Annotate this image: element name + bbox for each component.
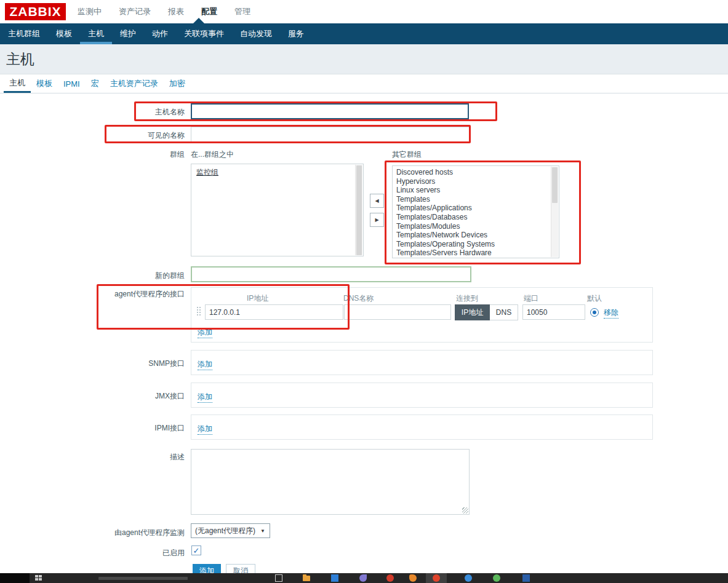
connect-to-toggle: IP地址 DNS: [455, 304, 518, 320]
move-right-button[interactable]: ▶: [370, 213, 384, 227]
list-item[interactable]: Hypervisors: [393, 177, 559, 186]
resize-handle-icon[interactable]: [462, 507, 468, 514]
list-item[interactable]: Discovered hosts: [393, 166, 559, 177]
agent-interface-label: agent代理程序的接口: [37, 289, 185, 299]
host-name-label: 主机名称: [37, 107, 185, 117]
tab-host-inventory[interactable]: 主机资产记录: [105, 74, 164, 93]
list-item[interactable]: Templates: [393, 195, 559, 204]
subnav-templates[interactable]: 模板: [48, 23, 80, 44]
other-groups-scrollbar[interactable]: [551, 167, 558, 257]
subnav-host-groups[interactable]: 主机群组: [0, 23, 48, 44]
connect-to-column-header: 连接到: [456, 293, 478, 304]
snmp-label: SNMP接口: [37, 359, 185, 369]
check-icon: ✓: [193, 546, 200, 555]
port-column-header: 端口: [524, 293, 538, 304]
top-menu: 监测中 资产记录 报表 配置 管理: [69, 0, 259, 23]
enabled-label: 已启用: [37, 548, 185, 558]
in-groups-scrollbar[interactable]: [355, 165, 362, 255]
jmx-add-link[interactable]: 添加: [198, 392, 212, 403]
zabbix-logo[interactable]: ZABBIX: [5, 3, 66, 20]
group-item-monitoring[interactable]: 监控组: [196, 167, 218, 178]
default-interface-radio[interactable]: [590, 308, 599, 317]
top-bar: ZABBIX 监测中 资产记录 报表 配置 管理: [0, 0, 728, 23]
task-view-icon[interactable]: [275, 574, 282, 582]
tab-bar: 主机 模板 IPMI 宏 主机资产记录 加密: [0, 74, 728, 93]
chevron-down-icon: ▼: [260, 528, 265, 534]
agent-ip-input[interactable]: [205, 304, 343, 320]
green-app-icon[interactable]: [493, 574, 500, 582]
dns-column-header: DNS名称: [343, 293, 374, 304]
drag-handle-icon[interactable]: [197, 307, 199, 317]
proxy-select[interactable]: (无agent代理程序) ▼: [191, 523, 270, 538]
blue-app-icon[interactable]: [331, 574, 338, 582]
enabled-checkbox[interactable]: ✓: [191, 545, 201, 555]
active-menu-arrow-icon: [193, 18, 204, 23]
page-title: 主机: [6, 50, 34, 69]
move-right-icon: ▶: [375, 217, 378, 223]
active-browser-icon[interactable]: [433, 574, 440, 582]
tab-templates[interactable]: 模板: [31, 74, 58, 93]
host-name-input[interactable]: [191, 103, 469, 119]
agent-port-input[interactable]: [522, 304, 585, 320]
file-explorer-icon[interactable]: [303, 576, 310, 581]
other-groups-listbox[interactable]: Discovered hosts Hypervisors Linux serve…: [392, 165, 559, 258]
windows-taskbar: [0, 573, 728, 583]
default-column-header: 默认: [587, 293, 602, 304]
agent-dns-input[interactable]: [344, 304, 451, 320]
snmp-add-link[interactable]: 添加: [198, 359, 212, 370]
tab-encryption[interactable]: 加密: [164, 74, 191, 93]
new-group-input[interactable]: [191, 266, 471, 282]
sub-nav: 主机群组 模板 主机 维护 动作 关联项事件 自动发现 服务: [0, 23, 728, 44]
ip-column-header: IP地址: [247, 293, 268, 304]
list-item[interactable]: Templates/Operating Systems: [393, 240, 559, 249]
orange-app-icon[interactable]: [409, 574, 417, 582]
list-item[interactable]: Templates/Modules: [393, 222, 559, 231]
other-groups-header: 其它群组: [392, 149, 422, 160]
snmp-interface-box: 添加: [191, 350, 653, 375]
blue-window-app-icon[interactable]: [522, 574, 530, 582]
agent-add-link[interactable]: 添加: [198, 327, 212, 338]
agent-interface-box: IP地址 DNS名称 连接到 端口 默认 IP地址 DNS 移除 添加: [191, 287, 653, 343]
subnav-services[interactable]: 服务: [280, 23, 312, 44]
jmx-interface-box: 添加: [191, 383, 653, 408]
red-app-icon[interactable]: [386, 574, 394, 582]
blue-browser-icon[interactable]: [465, 574, 472, 582]
menu-reports[interactable]: 报表: [159, 6, 193, 17]
menu-inventory[interactable]: 资产记录: [110, 6, 159, 17]
connect-dns-button[interactable]: DNS: [490, 304, 518, 320]
menu-monitoring[interactable]: 监测中: [69, 6, 110, 17]
in-groups-header: 在...群组之中: [191, 149, 234, 160]
description-textarea[interactable]: [191, 449, 470, 515]
in-groups-listbox[interactable]: 监控组: [191, 164, 364, 256]
tab-macros[interactable]: 宏: [86, 74, 105, 93]
connect-ip-button[interactable]: IP地址: [455, 304, 490, 320]
list-item[interactable]: Templates/Databases: [393, 213, 559, 222]
list-item[interactable]: Templates/Network Devices: [393, 231, 559, 240]
zabbix-host-config-page: ZABBIX 监测中 资产记录 报表 配置 管理 主机群组 模板 主机 维护 动…: [0, 0, 728, 583]
visible-name-input[interactable]: [191, 127, 470, 142]
groups-label: 群组: [37, 149, 185, 160]
start-button-icon[interactable]: [35, 575, 42, 581]
new-group-label: 新的群组: [37, 271, 185, 281]
bird-app-icon[interactable]: [359, 574, 367, 582]
subnav-hosts[interactable]: 主机: [80, 23, 112, 44]
ipmi-interface-box: 添加: [191, 414, 653, 440]
list-item[interactable]: Templates/Applications: [393, 204, 559, 213]
subnav-discovery[interactable]: 自动发现: [232, 23, 280, 44]
list-item[interactable]: Templates/Servers Hardware: [393, 248, 559, 258]
jmx-label: JMX接口: [37, 391, 185, 402]
subnav-maintenance[interactable]: 维护: [112, 23, 144, 44]
tab-host[interactable]: 主机: [4, 74, 31, 93]
list-item[interactable]: Linux servers: [393, 186, 559, 195]
ipmi-add-link[interactable]: 添加: [198, 424, 212, 435]
subnav-event-correlation[interactable]: 关联项事件: [176, 23, 232, 44]
subnav-actions[interactable]: 动作: [144, 23, 176, 44]
ipmi-label: IPMI接口: [37, 423, 185, 434]
background-window-corner: [0, 573, 30, 583]
description-label: 描述: [37, 452, 185, 462]
remove-interface-link[interactable]: 移除: [604, 307, 618, 319]
menu-administration[interactable]: 管理: [226, 6, 259, 17]
tab-ipmi[interactable]: IPMI: [58, 74, 86, 93]
move-left-button[interactable]: ◀: [370, 194, 384, 208]
menu-configuration[interactable]: 配置: [193, 6, 226, 17]
